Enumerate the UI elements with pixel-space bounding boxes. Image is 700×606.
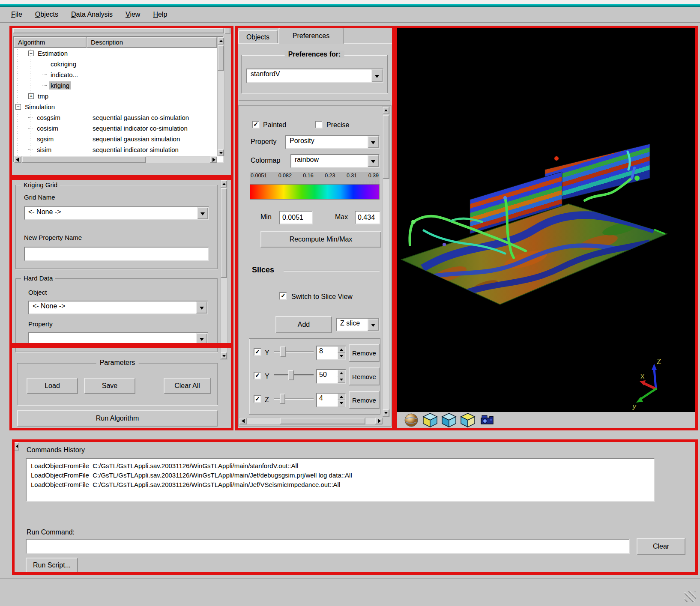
- preferences-vscrollbar[interactable]: [382, 106, 390, 417]
- spin-up-button[interactable]: [338, 370, 345, 376]
- scroll-right-button[interactable]: [210, 156, 217, 163]
- remove-slice-button[interactable]: Remove: [349, 391, 380, 409]
- camera-icon[interactable]: [479, 412, 495, 428]
- grid-name-combobox[interactable]: <- None ->: [24, 206, 209, 220]
- commands-history-box[interactable]: LoadObjectFromFile C:/GsTL/GsTLAppli.sav…: [26, 458, 655, 502]
- run-script-button[interactable]: Run Script...: [26, 558, 78, 573]
- painted-checkbox[interactable]: ✓: [252, 121, 260, 128]
- viewer-canvas[interactable]: Z X y: [397, 28, 695, 412]
- menu-item-data-analysis[interactable]: Data Analysis: [70, 9, 114, 20]
- expand-icon[interactable]: +: [28, 93, 34, 99]
- combo-arrow-button[interactable]: [196, 302, 207, 313]
- slice-visible-checkbox[interactable]: ✓: [254, 348, 261, 356]
- combo-arrow-button[interactable]: [368, 319, 379, 331]
- splitter-handle[interactable]: [13, 442, 19, 451]
- new-property-input[interactable]: [24, 247, 209, 261]
- preferences-hscrollbar[interactable]: [239, 417, 382, 425]
- slice-position-slider[interactable]: [274, 346, 314, 357]
- slice-position-spinbox[interactable]: 4: [316, 393, 346, 407]
- recompute-minmax-button[interactable]: Recompute Min/Max: [260, 231, 381, 248]
- scroll-thumb[interactable]: [221, 188, 227, 278]
- cube-cyan-icon[interactable]: [441, 412, 457, 428]
- tree-vscrollbar[interactable]: [217, 37, 224, 156]
- combo-arrow-button[interactable]: [196, 333, 207, 344]
- tree-item-indicato[interactable]: indicato...: [14, 69, 217, 80]
- combo-arrow-button[interactable]: [197, 207, 208, 219]
- run-command-input[interactable]: [26, 539, 630, 554]
- column-header-algorithm[interactable]: Algorithm: [14, 37, 87, 48]
- spin-down-button[interactable]: [338, 376, 345, 383]
- tree-item-kriging[interactable]: kriging: [14, 80, 217, 91]
- precise-checkbox[interactable]: [315, 121, 323, 128]
- scroll-down-button[interactable]: [218, 149, 224, 156]
- menu-item-view[interactable]: View: [125, 9, 141, 20]
- column-header-description[interactable]: Description: [87, 37, 217, 48]
- scroll-down-button[interactable]: [221, 352, 227, 359]
- spin-down-button[interactable]: [338, 400, 345, 406]
- tree-item-cosgsim[interactable]: cosgsimsequential gaussian co-simulation: [14, 112, 217, 123]
- cube-blue-icon[interactable]: [422, 412, 438, 428]
- resize-grip[interactable]: [685, 591, 696, 602]
- slider-thumb[interactable]: [280, 394, 285, 404]
- params-vscrollbar[interactable]: [220, 180, 227, 360]
- scroll-thumb[interactable]: [383, 115, 389, 179]
- add-slice-button[interactable]: Add: [275, 316, 332, 333]
- slider-thumb[interactable]: [288, 370, 294, 380]
- scroll-up-button[interactable]: [221, 180, 227, 188]
- clear-button[interactable]: Clear: [637, 538, 685, 555]
- menu-item-help[interactable]: Help: [152, 9, 168, 20]
- scroll-left-button[interactable]: [14, 156, 21, 163]
- collapse-icon[interactable]: −: [28, 51, 34, 56]
- slice-position-spinbox[interactable]: 8: [316, 346, 346, 360]
- scroll-right-button[interactable]: [375, 418, 383, 424]
- spin-up-button[interactable]: [338, 394, 345, 400]
- slice-visible-checkbox[interactable]: ✓: [254, 395, 261, 403]
- combo-arrow-button[interactable]: [368, 155, 379, 167]
- tree-hscrollbar[interactable]: [14, 156, 217, 163]
- scroll-thumb[interactable]: [218, 45, 224, 71]
- cube-yellow-icon[interactable]: [460, 412, 476, 428]
- menu-item-file[interactable]: File: [10, 9, 23, 20]
- tree-item-sgsim[interactable]: sgsimsequential gaussian simulation: [14, 134, 217, 144]
- collapse-icon[interactable]: −: [15, 104, 21, 110]
- slice-visible-checkbox[interactable]: ✓: [254, 372, 261, 379]
- remove-slice-button[interactable]: Remove: [349, 344, 380, 362]
- tab-preferences[interactable]: Preferences: [278, 27, 344, 44]
- slice-position-spinbox[interactable]: 50: [316, 369, 346, 384]
- tree-item-tmp[interactable]: +tmp: [14, 91, 217, 101]
- hard-data-property-combobox[interactable]: [28, 332, 208, 345]
- menu-item-objects[interactable]: Objects: [34, 9, 59, 20]
- combo-arrow-button[interactable]: [371, 69, 383, 82]
- tree-item-cosisim[interactable]: cosisimsequential indicator co-simulatio…: [14, 123, 217, 134]
- tree-item-simulation[interactable]: −Simulation: [14, 101, 217, 112]
- scroll-up-button[interactable]: [218, 37, 224, 45]
- spin-down-button[interactable]: [338, 353, 345, 359]
- colormap-combobox[interactable]: rainbow: [290, 154, 380, 168]
- slice-position-slider[interactable]: [274, 394, 314, 404]
- scroll-thumb[interactable]: [22, 156, 146, 163]
- max-input[interactable]: [355, 211, 380, 224]
- combo-arrow-button[interactable]: [368, 136, 379, 148]
- spin-up-button[interactable]: [338, 346, 345, 353]
- switch-slice-view-checkbox[interactable]: ✓: [279, 292, 287, 300]
- load-button[interactable]: Load: [27, 378, 78, 394]
- slider-thumb[interactable]: [280, 346, 286, 357]
- run-algorithm-button[interactable]: Run Algorithm: [17, 410, 218, 427]
- preferences-target-combobox[interactable]: stanfordV: [246, 69, 383, 83]
- scroll-thumb[interactable]: [280, 418, 365, 424]
- scroll-up-button[interactable]: [383, 107, 389, 114]
- scroll-left-button[interactable]: [239, 418, 247, 424]
- tree-item-cokriging[interactable]: cokriging: [14, 59, 217, 69]
- min-input[interactable]: [279, 211, 313, 224]
- clear-all-button[interactable]: Clear All: [164, 378, 211, 394]
- property-combobox[interactable]: Porosity: [285, 135, 380, 149]
- scroll-down-button[interactable]: [383, 409, 389, 417]
- tab-objects[interactable]: Objects: [238, 30, 278, 44]
- tree-item-estimation[interactable]: −Estimation: [14, 48, 217, 59]
- splitter-bar[interactable]: [13, 28, 224, 33]
- splitter-handle[interactable]: [224, 27, 230, 34]
- slice-type-combobox[interactable]: Z slice: [336, 318, 380, 331]
- globe-icon[interactable]: [403, 412, 419, 428]
- object-combobox[interactable]: <- None ->: [28, 301, 208, 314]
- remove-slice-button[interactable]: Remove: [349, 367, 380, 385]
